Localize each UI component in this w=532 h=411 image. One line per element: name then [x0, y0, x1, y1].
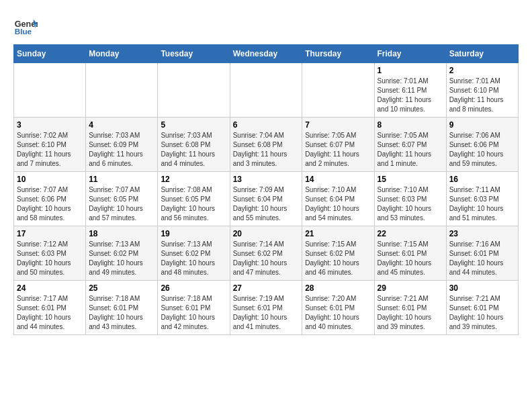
- days-header-row: SundayMondayTuesdayWednesdayThursdayFrid…: [14, 45, 519, 63]
- day-number: 25: [89, 283, 154, 293]
- day-number: 22: [378, 229, 443, 238]
- day-number: 9: [449, 120, 515, 130]
- day-number: 24: [17, 283, 83, 293]
- day-number: 4: [89, 120, 154, 130]
- day-cell: [158, 63, 230, 118]
- day-cell: 28Sunrise: 7:20 AM Sunset: 6:01 PM Dayli…: [302, 281, 374, 335]
- day-info: Sunrise: 7:19 AM Sunset: 6:01 PM Dayligh…: [233, 294, 300, 332]
- day-info: Sunrise: 7:20 AM Sunset: 6:01 PM Dayligh…: [305, 294, 371, 332]
- day-cell: [14, 63, 86, 118]
- day-cell: [230, 63, 302, 118]
- day-cell: [302, 63, 374, 118]
- day-cell: 19Sunrise: 7:13 AM Sunset: 6:02 PM Dayli…: [158, 226, 230, 281]
- day-header-sunday: Sunday: [14, 45, 86, 63]
- day-cell: 22Sunrise: 7:15 AM Sunset: 6:01 PM Dayli…: [374, 226, 446, 281]
- day-info: Sunrise: 7:15 AM Sunset: 6:02 PM Dayligh…: [305, 240, 371, 277]
- day-cell: 2Sunrise: 7:01 AM Sunset: 6:10 PM Daylig…: [446, 63, 518, 118]
- day-info: Sunrise: 7:06 AM Sunset: 6:06 PM Dayligh…: [449, 131, 515, 169]
- week-row-4: 17Sunrise: 7:12 AM Sunset: 6:03 PM Dayli…: [14, 226, 519, 281]
- day-number: 29: [378, 283, 443, 293]
- week-row-2: 3Sunrise: 7:02 AM Sunset: 6:10 PM Daylig…: [14, 118, 519, 172]
- day-info: Sunrise: 7:13 AM Sunset: 6:02 PM Dayligh…: [89, 240, 154, 277]
- day-cell: 10Sunrise: 7:07 AM Sunset: 6:06 PM Dayli…: [14, 172, 86, 226]
- day-cell: 8Sunrise: 7:05 AM Sunset: 6:07 PM Daylig…: [374, 118, 446, 172]
- day-info: Sunrise: 7:12 AM Sunset: 6:03 PM Dayligh…: [17, 240, 83, 277]
- day-number: 5: [161, 120, 226, 130]
- day-cell: 23Sunrise: 7:16 AM Sunset: 6:01 PM Dayli…: [446, 226, 518, 281]
- day-number: 1: [378, 66, 443, 75]
- day-info: Sunrise: 7:11 AM Sunset: 6:03 PM Dayligh…: [449, 185, 515, 223]
- day-info: Sunrise: 7:10 AM Sunset: 6:03 PM Dayligh…: [378, 185, 443, 223]
- day-number: 17: [17, 229, 83, 238]
- day-number: 10: [17, 175, 83, 184]
- day-cell: 20Sunrise: 7:14 AM Sunset: 6:02 PM Dayli…: [230, 226, 302, 281]
- day-info: Sunrise: 7:15 AM Sunset: 6:01 PM Dayligh…: [378, 240, 443, 277]
- day-number: 8: [378, 120, 443, 130]
- week-row-3: 10Sunrise: 7:07 AM Sunset: 6:06 PM Dayli…: [14, 172, 519, 226]
- day-number: 21: [305, 229, 371, 238]
- day-cell: 29Sunrise: 7:21 AM Sunset: 6:01 PM Dayli…: [374, 281, 446, 335]
- day-info: Sunrise: 7:03 AM Sunset: 6:08 PM Dayligh…: [161, 131, 226, 169]
- day-info: Sunrise: 7:05 AM Sunset: 6:07 PM Dayligh…: [378, 131, 443, 169]
- day-number: 30: [449, 283, 515, 293]
- day-cell: 4Sunrise: 7:03 AM Sunset: 6:09 PM Daylig…: [86, 118, 158, 172]
- day-cell: 11Sunrise: 7:07 AM Sunset: 6:05 PM Dayli…: [86, 172, 158, 226]
- day-info: Sunrise: 7:17 AM Sunset: 6:01 PM Dayligh…: [17, 294, 83, 332]
- calendar-table: SundayMondayTuesdayWednesdayThursdayFrid…: [13, 44, 519, 335]
- day-info: Sunrise: 7:18 AM Sunset: 6:01 PM Dayligh…: [89, 294, 154, 332]
- day-header-monday: Monday: [86, 45, 158, 63]
- day-cell: 26Sunrise: 7:18 AM Sunset: 6:01 PM Dayli…: [158, 281, 230, 335]
- day-number: 3: [17, 120, 83, 130]
- day-cell: 1Sunrise: 7:01 AM Sunset: 6:11 PM Daylig…: [374, 63, 446, 118]
- day-info: Sunrise: 7:10 AM Sunset: 6:04 PM Dayligh…: [305, 185, 371, 223]
- day-cell: 18Sunrise: 7:13 AM Sunset: 6:02 PM Dayli…: [86, 226, 158, 281]
- day-info: Sunrise: 7:16 AM Sunset: 6:01 PM Dayligh…: [449, 240, 515, 277]
- day-header-saturday: Saturday: [446, 45, 518, 63]
- day-info: Sunrise: 7:09 AM Sunset: 6:04 PM Dayligh…: [233, 185, 300, 223]
- logo: General Blue: [13, 13, 38, 38]
- day-info: Sunrise: 7:07 AM Sunset: 6:06 PM Dayligh…: [17, 185, 83, 223]
- day-cell: 6Sunrise: 7:04 AM Sunset: 6:08 PM Daylig…: [230, 118, 302, 172]
- day-info: Sunrise: 7:08 AM Sunset: 6:05 PM Dayligh…: [161, 185, 226, 223]
- day-number: 14: [305, 175, 371, 184]
- day-info: Sunrise: 7:01 AM Sunset: 6:10 PM Dayligh…: [449, 77, 515, 114]
- day-number: 27: [233, 283, 300, 293]
- day-info: Sunrise: 7:05 AM Sunset: 6:07 PM Dayligh…: [305, 131, 371, 169]
- day-cell: 12Sunrise: 7:08 AM Sunset: 6:05 PM Dayli…: [158, 172, 230, 226]
- day-cell: 24Sunrise: 7:17 AM Sunset: 6:01 PM Dayli…: [14, 281, 86, 335]
- logo-icon: General Blue: [13, 13, 38, 38]
- day-cell: 15Sunrise: 7:10 AM Sunset: 6:03 PM Dayli…: [374, 172, 446, 226]
- day-number: 18: [89, 229, 154, 238]
- day-info: Sunrise: 7:21 AM Sunset: 6:01 PM Dayligh…: [378, 294, 443, 332]
- day-cell: [86, 63, 158, 118]
- day-number: 11: [89, 175, 154, 184]
- day-number: 13: [233, 175, 300, 184]
- day-header-thursday: Thursday: [302, 45, 374, 63]
- day-info: Sunrise: 7:04 AM Sunset: 6:08 PM Dayligh…: [233, 131, 300, 169]
- week-row-5: 24Sunrise: 7:17 AM Sunset: 6:01 PM Dayli…: [14, 281, 519, 335]
- day-cell: 5Sunrise: 7:03 AM Sunset: 6:08 PM Daylig…: [158, 118, 230, 172]
- day-number: 2: [449, 66, 515, 75]
- day-number: 19: [161, 229, 226, 238]
- week-row-1: 1Sunrise: 7:01 AM Sunset: 6:11 PM Daylig…: [14, 63, 519, 118]
- day-number: 23: [449, 229, 515, 238]
- day-cell: 21Sunrise: 7:15 AM Sunset: 6:02 PM Dayli…: [302, 226, 374, 281]
- day-info: Sunrise: 7:02 AM Sunset: 6:10 PM Dayligh…: [17, 131, 83, 169]
- day-cell: 7Sunrise: 7:05 AM Sunset: 6:07 PM Daylig…: [302, 118, 374, 172]
- day-info: Sunrise: 7:13 AM Sunset: 6:02 PM Dayligh…: [161, 240, 226, 277]
- day-number: 26: [161, 283, 226, 293]
- svg-text:Blue: Blue: [15, 27, 32, 36]
- day-header-friday: Friday: [374, 45, 446, 63]
- day-header-wednesday: Wednesday: [230, 45, 302, 63]
- day-cell: 27Sunrise: 7:19 AM Sunset: 6:01 PM Dayli…: [230, 281, 302, 335]
- day-info: Sunrise: 7:07 AM Sunset: 6:05 PM Dayligh…: [89, 185, 154, 223]
- day-header-tuesday: Tuesday: [158, 45, 230, 63]
- day-number: 15: [378, 175, 443, 184]
- day-cell: 14Sunrise: 7:10 AM Sunset: 6:04 PM Dayli…: [302, 172, 374, 226]
- day-number: 16: [449, 175, 515, 184]
- day-cell: 25Sunrise: 7:18 AM Sunset: 6:01 PM Dayli…: [86, 281, 158, 335]
- day-cell: 30Sunrise: 7:21 AM Sunset: 6:01 PM Dayli…: [446, 281, 518, 335]
- day-info: Sunrise: 7:03 AM Sunset: 6:09 PM Dayligh…: [89, 131, 154, 169]
- day-cell: 9Sunrise: 7:06 AM Sunset: 6:06 PM Daylig…: [446, 118, 518, 172]
- day-info: Sunrise: 7:18 AM Sunset: 6:01 PM Dayligh…: [161, 294, 226, 332]
